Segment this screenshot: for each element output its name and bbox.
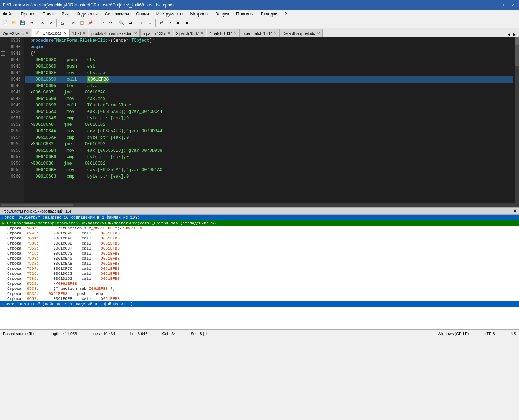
search-result-row-9657[interactable]: Строка 9657: 0061F0FB call 0061EFB8: [0, 296, 519, 301]
stop-button[interactable]: ⏹: [183, 19, 191, 27]
status-lines: lines : 10 434: [92, 332, 115, 336]
menu-help[interactable]: ?: [283, 11, 289, 17]
code-line-6956: 0061C6B4 mov eax,[00685CB8];^gvar_0070D9…: [25, 147, 513, 154]
tab-label: WinFXNet.c: [3, 31, 24, 36]
tab-5patch[interactable]: 5 patch.1337 ✕: [140, 29, 173, 37]
tab-unit68[interactable]: 📝 _Unit68.pas ✕: [32, 29, 69, 37]
menu-run[interactable]: Запуск: [214, 11, 231, 17]
toolbar-sep-3: [68, 19, 68, 27]
tab-close-prodakshn[interactable]: ✕: [134, 31, 137, 35]
save-button[interactable]: 💾: [19, 19, 27, 27]
menu-search[interactable]: Поиск: [41, 11, 56, 17]
status-file-type: Pascal source file: [3, 332, 34, 336]
copy-button[interactable]: 📋: [78, 19, 86, 27]
search-result-row-7330[interactable]: Строка 7330: 0061CC0B call 0061EFB8: [0, 241, 519, 246]
search-query-text: Поиск "0061efb8" (найдено 16 совпадений …: [2, 215, 140, 220]
search-result-row-9533[interactable]: Строка 9533: {*function sub_0061EFB8:?;: [0, 286, 519, 291]
tab-close-1bat[interactable]: ✕: [82, 31, 86, 35]
code-line-6946: 0061C695 test al,al: [25, 83, 513, 89]
status-ln: Ln : 6 945: [130, 332, 148, 336]
search-result-row-7726[interactable]: Строка 7726: 0061D0C3 call 0061EFB8: [0, 271, 519, 276]
minimize-button[interactable]: —: [493, 2, 499, 8]
tab-2patch[interactable]: 2 patch.1337 ✕: [174, 29, 207, 37]
zoom-in-button[interactable]: +: [137, 19, 145, 27]
menu-plugins[interactable]: Плагины: [235, 11, 255, 17]
tab-winfxnet[interactable]: WinFXNet.c ✕: [0, 29, 31, 37]
close-all-button[interactable]: ⊗: [47, 19, 55, 27]
search-result-row-300[interactable]: Строка 300: //function sub_0061EFB8:?;//…: [0, 226, 519, 231]
tab-scroll-right[interactable]: ▶: [512, 31, 518, 37]
tab-close-2patch[interactable]: ✕: [200, 31, 204, 35]
code-area[interactable]: procedure TMainForm.FileNewClick (Sender…: [24, 37, 515, 203]
fold-icon-6941[interactable]: -: [1, 51, 5, 56]
zoom-out-button[interactable]: -: [146, 19, 154, 27]
tab-close-openpatch[interactable]: ✕: [274, 31, 277, 35]
search-query-header: Поиск "0061efb8" (найдено 16 совпадений …: [0, 215, 519, 220]
tab-close-4patch[interactable]: ✕: [234, 31, 237, 35]
fold-icon-6940[interactable]: -: [1, 45, 5, 49]
menu-bar: Файл Правка Поиск Вид Кодировки Синтакси…: [0, 10, 519, 18]
cut-button[interactable]: ✂: [69, 19, 77, 27]
search-result-row-9535[interactable]: Строка 9535: 0061EFB8 push ebp: [0, 291, 519, 296]
menu-tools[interactable]: Инструменты: [155, 11, 185, 17]
search-result-row-7061[interactable]: Строка 7061: 0061C84B call 0061EFB8: [0, 236, 519, 241]
search-results-header: Результаты поиска - (совпадений: 16) ✕: [0, 208, 519, 215]
menu-edit[interactable]: Правка: [19, 11, 37, 17]
undo-button[interactable]: ↩: [98, 19, 106, 27]
tab-1bat[interactable]: 1.bat ✕: [69, 29, 88, 37]
find-button[interactable]: 🔍: [118, 19, 125, 27]
editor-scrollbar-horizontal[interactable]: [0, 203, 519, 207]
search-result-row-7352[interactable]: Строка 7352: 0061CC37 call 0061EFB8: [0, 246, 519, 251]
menu-macros[interactable]: Макросы: [189, 11, 210, 17]
tab-label: 2 patch.1337: [176, 31, 199, 36]
search-result-row-6945[interactable]: Строка 6945: 0061C690 call 0061EFB8: [0, 231, 519, 236]
tab-openpatch[interactable]: open patch.1337 ✕: [240, 29, 280, 37]
tab-icon: 📝: [34, 31, 39, 35]
maximize-button[interactable]: □: [502, 2, 507, 8]
wordwrap-button[interactable]: ⏎: [157, 19, 165, 27]
search-result-row-9532[interactable]: Строка 9532: //0061EFB8: [0, 281, 519, 286]
tab-close-defaultsnippet[interactable]: ✕: [317, 31, 320, 35]
tab-scroll-left[interactable]: ◀: [506, 31, 512, 37]
new-button[interactable]: 📄: [1, 19, 9, 27]
editor-container: - - 6939 6940 6941 6942 6943 6944 6945 6…: [0, 37, 519, 203]
replace-button[interactable]: ⇄: [126, 19, 134, 27]
editor-scrollbar-vertical[interactable]: [515, 37, 519, 203]
close-button[interactable]: ✕: [510, 2, 516, 8]
search-result-row-7419[interactable]: Строка 7419: 0061CCC3 call 0061EFB8: [0, 251, 519, 256]
indent-button[interactable]: ⇥: [166, 19, 174, 27]
save-all-button[interactable]: 🗂: [27, 19, 35, 27]
menu-file[interactable]: Файл: [1, 11, 15, 17]
redo-button[interactable]: ↪: [106, 19, 114, 27]
search-results-close[interactable]: ✕: [513, 209, 517, 214]
tab-close-5patch[interactable]: ✕: [167, 31, 171, 35]
paste-button[interactable]: 📌: [87, 19, 95, 27]
menu-tabs[interactable]: Вкладки: [260, 11, 279, 17]
search-result-row-7789[interactable]: Строка 7789: 0061D192 call 0061EFB8: [0, 276, 519, 281]
toolbar-sep-6: [136, 19, 136, 27]
search-results-body[interactable]: Поиск "0061efb8" (найдено 16 совпадений …: [0, 215, 519, 329]
status-sep-1: [41, 331, 41, 336]
tab-close-unit68[interactable]: ✕: [63, 31, 66, 35]
run-button[interactable]: ▶: [174, 19, 182, 27]
menu-encoding[interactable]: Кодировки: [75, 11, 99, 17]
search-result-row-7503[interactable]: Строка 7503: 0061CE40 call 0061EFB8: [0, 256, 519, 261]
code-line-6954: 0061C6AF cmp byte ptr [eax],0: [25, 134, 513, 141]
search-result-row-7597[interactable]: Строка 7597: 0061CF76 call 0061EFB8: [0, 266, 519, 271]
toolbar-sep-1: [37, 19, 37, 27]
menu-syntax[interactable]: Синтаксисы: [104, 11, 130, 17]
menu-options[interactable]: Опции: [135, 11, 151, 17]
tab-4patch[interactable]: 4 patch.1337 ✕: [207, 29, 240, 37]
menu-view[interactable]: Вид: [60, 11, 71, 17]
window-title: E:\Программы\hacking\cracking\IDR-master…: [3, 3, 178, 8]
tab-close-winfxnet[interactable]: ✕: [25, 31, 29, 35]
window-controls: — □ ✕: [493, 2, 516, 8]
tab-prodakshn[interactable]: prodakshn-with-exe.bat ✕: [89, 29, 140, 37]
print-button[interactable]: 🖨: [58, 19, 66, 27]
search-result-row-7538[interactable]: Строка 7538: 0061CEAB call 0061EFB8: [0, 261, 519, 266]
close-button-tb[interactable]: ✕: [38, 19, 46, 27]
tab-defaultsnippet[interactable]: Default snippet.idc ✕: [280, 29, 323, 37]
open-button[interactable]: 📂: [10, 19, 18, 27]
tab-label: 1.bat: [72, 31, 81, 36]
code-line-6948: 0061C699 mov eax,ebx: [25, 96, 513, 102]
